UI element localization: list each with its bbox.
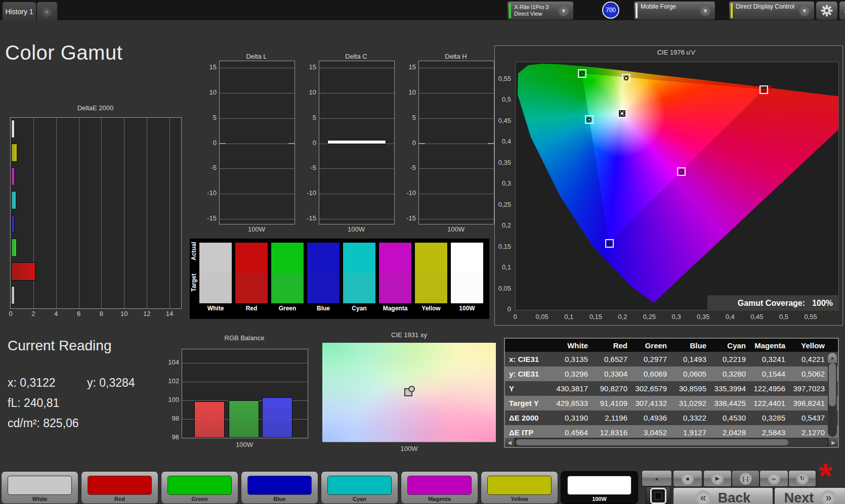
table-row: ΔE ITP0,456412,83163,04521,91272,04282,5…	[505, 425, 838, 438]
arrow-up-icon: ▲	[654, 476, 659, 481]
cie1976-point-cyan	[585, 115, 594, 124]
meter-count-badge[interactable]: 700	[602, 2, 619, 19]
cie1976-y-tick: 0,2	[489, 221, 511, 229]
refresh-button[interactable]: ↻	[788, 470, 816, 487]
pattern-button-green[interactable]: Green	[161, 471, 238, 504]
vertical-scroll-thumb[interactable]	[829, 363, 836, 406]
next-button[interactable]: Next »	[774, 487, 845, 504]
cell-value: 429,8533	[554, 399, 593, 407]
meter-status-indicator	[509, 3, 511, 18]
current-reading-title: Current Reading	[8, 338, 111, 354]
table-vertical-scrollbar[interactable]: ▲	[828, 353, 837, 437]
pattern-window-button[interactable]	[646, 486, 671, 504]
deltae2000-chart	[10, 117, 182, 309]
cie1976-x-tick: 0,25	[639, 313, 661, 320]
scroll-right-icon[interactable]: ▶	[829, 438, 838, 447]
pattern-button-100w[interactable]: 100W	[561, 471, 638, 504]
delta-y-tick: 5	[196, 114, 217, 121]
pattern-button-white[interactable]: White	[1, 471, 78, 504]
delta-y-tick: -5	[196, 164, 217, 171]
cell-value: 0,3296	[554, 370, 593, 378]
chevron-down-icon: ▼	[700, 5, 711, 16]
add-tab-button[interactable]: +	[36, 2, 58, 21]
actual-row-label: Actual	[190, 252, 197, 260]
tab-history[interactable]: History 1	[2, 2, 36, 21]
swatch-label: Yellow	[412, 305, 450, 312]
cie1976-x-tick: 0,55	[799, 313, 822, 320]
swatch-compare-100w: 100W	[451, 239, 483, 319]
deltae-bar-white	[11, 120, 15, 138]
cie1976-y-tick: 0,45	[489, 117, 511, 124]
source-dropdown-label: Mobile Forge	[641, 4, 676, 10]
table-row: y: CIE310,32960,33040,60690,06050,32800,…	[505, 366, 838, 381]
settings-button[interactable]	[816, 1, 838, 20]
pattern-label: Blue	[241, 496, 318, 502]
delta-y-tick: -15	[296, 214, 316, 222]
cell-value: 0,3190	[554, 414, 593, 422]
cie1931-x-label: 100W	[322, 445, 496, 452]
swatch-compare-magenta: Magenta	[379, 239, 411, 319]
play-button[interactable]: ▶	[703, 470, 732, 487]
cie1976-y-tick: 0,5	[489, 96, 511, 103]
actual-swatch	[451, 243, 483, 273]
delta-gridline	[220, 144, 294, 144]
control-dropdown[interactable]: Direct Display Control ▼	[729, 1, 815, 20]
pattern-button-blue[interactable]: Blue	[241, 471, 318, 504]
next-button-label: Next	[784, 490, 814, 504]
cell-value: 2,1270	[790, 428, 830, 437]
swatch-compare-cyan: Cyan	[343, 239, 375, 319]
pattern-up-button[interactable]: ▲	[642, 470, 672, 486]
delta-gridline	[319, 219, 394, 219]
gamut-coverage-readout: Gamut Coverage: 100%	[707, 295, 838, 311]
actual-swatch	[199, 243, 232, 273]
scroll-up-icon[interactable]: ▲	[828, 353, 837, 363]
cie1976-y-tick: 0,35	[489, 159, 511, 166]
delta-y-tick: -5	[396, 164, 416, 171]
delta-c-x-label: 100W	[319, 225, 394, 233]
range-button[interactable]: [-]	[732, 470, 759, 487]
delta-gridline	[319, 194, 394, 194]
stop-button[interactable]: ■	[673, 470, 702, 487]
cie1976-chart-title: CIE 1976 u'v'	[515, 49, 838, 56]
cell-value: 398,8241	[790, 399, 830, 407]
delta-y-tick: -15	[196, 214, 217, 222]
delta-h-title: Delta H	[418, 53, 493, 60]
table-header-Blue: Blue	[672, 341, 711, 350]
deltae-gridline	[101, 118, 102, 308]
loop-button[interactable]: ∞	[759, 470, 788, 487]
target-swatch	[235, 273, 268, 303]
cell-value: 122,4401	[751, 399, 790, 407]
delta-gridline	[220, 219, 294, 219]
source-dropdown[interactable]: Mobile Forge ▼	[633, 1, 715, 20]
delta-y-tick: 15	[196, 63, 217, 71]
pattern-button-red[interactable]: Red	[81, 471, 158, 504]
table-row: Y430,381790,8270302,657930,8595335,39941…	[505, 381, 838, 396]
table-horizontal-scrollbar[interactable]: ◀ ▶	[505, 438, 838, 447]
swatch-compare-blue: Blue	[307, 239, 340, 319]
pattern-button-yellow[interactable]: Yellow	[481, 471, 558, 504]
cie1976-y-tick: 0,15	[489, 243, 511, 250]
pattern-button-cyan[interactable]: Cyan	[321, 471, 398, 504]
target-swatch	[343, 273, 375, 303]
cell-value: 430,3817	[554, 384, 593, 393]
scroll-left-icon[interactable]: ◀	[505, 438, 514, 447]
cell-value: 0,1544	[751, 370, 790, 378]
cell-value: 0,6069	[632, 370, 672, 378]
horizontal-scroll-thumb[interactable]	[516, 439, 788, 445]
pattern-button-magenta[interactable]: Magenta	[401, 471, 478, 504]
back-button[interactable]: « Back	[673, 487, 773, 504]
table-row: ΔE 20000,31902,11960,49360,33220,45300,3…	[505, 410, 838, 425]
tab-history-label: History 1	[5, 8, 33, 16]
collapse-panel-button[interactable]: ◀	[839, 1, 845, 20]
pattern-label: White	[2, 496, 78, 502]
meter-dropdown-label: X-Rite i1Pro 3 Direct View	[514, 4, 548, 17]
delta-y-tick: -10	[296, 189, 316, 197]
meter-dropdown[interactable]: X-Rite i1Pro 3 Direct View ▼	[507, 1, 574, 20]
swatch-label: Green	[268, 305, 307, 312]
deltae-bar-green	[11, 239, 17, 257]
table-row: Target Y429,853391,4109307,413231,029233…	[505, 396, 838, 410]
actual-swatch	[307, 243, 340, 273]
delta-y-tick: 0	[296, 139, 316, 147]
cell-value: 0,0605	[672, 370, 711, 378]
table-header-Red: Red	[593, 341, 632, 350]
